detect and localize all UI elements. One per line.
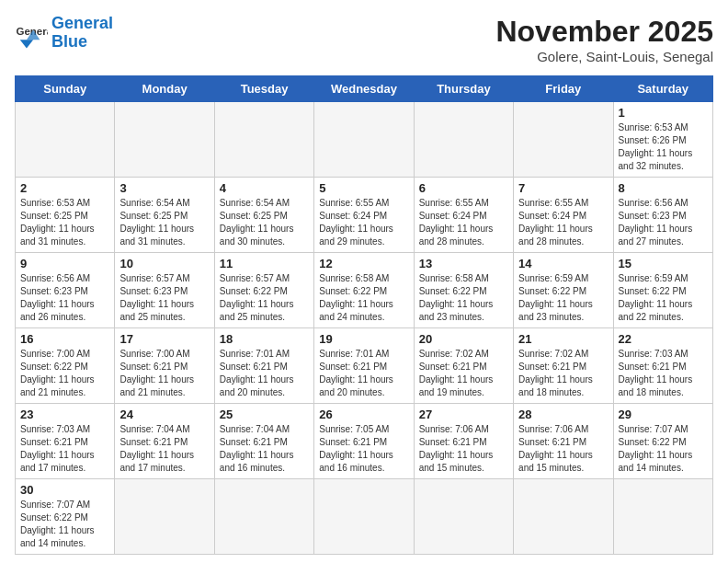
day-number: 5 bbox=[319, 181, 408, 195]
day-cell: 14Sunrise: 6:59 AM Sunset: 6:22 PM Dayli… bbox=[514, 253, 613, 328]
day-cell: 9Sunrise: 6:56 AM Sunset: 6:23 PM Daylig… bbox=[16, 253, 115, 328]
day-cell: 19Sunrise: 7:01 AM Sunset: 6:21 PM Dayli… bbox=[314, 328, 414, 404]
day-info: Sunrise: 7:04 AM Sunset: 6:21 PM Dayligh… bbox=[220, 423, 309, 475]
day-cell: 4Sunrise: 6:54 AM Sunset: 6:25 PM Daylig… bbox=[214, 178, 313, 253]
day-cell: 15Sunrise: 6:59 AM Sunset: 6:22 PM Dayli… bbox=[613, 253, 712, 328]
day-cell: 17Sunrise: 7:00 AM Sunset: 6:21 PM Dayli… bbox=[115, 328, 214, 404]
day-info: Sunrise: 6:56 AM Sunset: 6:23 PM Dayligh… bbox=[20, 272, 109, 324]
svg-marker-1 bbox=[20, 40, 33, 48]
day-info: Sunrise: 6:59 AM Sunset: 6:22 PM Dayligh… bbox=[518, 272, 608, 324]
day-number: 10 bbox=[119, 257, 209, 270]
week-row-6: 30Sunrise: 7:07 AM Sunset: 6:22 PM Dayli… bbox=[16, 479, 713, 555]
page-header: General GeneralBlue November 2025 Golere… bbox=[15, 15, 713, 64]
day-cell bbox=[514, 102, 613, 178]
day-info: Sunrise: 7:03 AM Sunset: 6:21 PM Dayligh… bbox=[619, 348, 708, 399]
day-number: 7 bbox=[518, 181, 608, 195]
day-info: Sunrise: 6:55 AM Sunset: 6:24 PM Dayligh… bbox=[319, 197, 408, 248]
day-number: 1 bbox=[619, 106, 708, 120]
day-cell bbox=[214, 102, 313, 178]
col-header-monday: Monday bbox=[115, 76, 214, 102]
day-cell: 18Sunrise: 7:01 AM Sunset: 6:21 PM Dayli… bbox=[214, 328, 313, 404]
day-cell bbox=[613, 479, 712, 555]
day-number: 27 bbox=[419, 408, 508, 421]
day-info: Sunrise: 6:53 AM Sunset: 6:26 PM Dayligh… bbox=[619, 121, 708, 173]
day-number: 13 bbox=[419, 257, 508, 270]
day-number: 2 bbox=[20, 181, 109, 195]
day-cell: 6Sunrise: 6:55 AM Sunset: 6:24 PM Daylig… bbox=[414, 178, 513, 253]
day-number: 22 bbox=[619, 332, 708, 346]
day-info: Sunrise: 7:05 AM Sunset: 6:21 PM Dayligh… bbox=[319, 423, 408, 475]
day-number: 20 bbox=[419, 332, 508, 346]
day-number: 16 bbox=[20, 332, 109, 346]
day-info: Sunrise: 6:58 AM Sunset: 6:22 PM Dayligh… bbox=[319, 272, 408, 324]
day-cell bbox=[115, 102, 214, 178]
day-cell: 5Sunrise: 6:55 AM Sunset: 6:24 PM Daylig… bbox=[314, 178, 414, 253]
day-number: 21 bbox=[518, 332, 608, 346]
day-info: Sunrise: 7:02 AM Sunset: 6:21 PM Dayligh… bbox=[419, 348, 508, 399]
day-cell bbox=[115, 479, 214, 555]
day-cell: 21Sunrise: 7:02 AM Sunset: 6:21 PM Dayli… bbox=[514, 328, 613, 404]
day-info: Sunrise: 7:01 AM Sunset: 6:21 PM Dayligh… bbox=[319, 348, 408, 399]
day-number: 25 bbox=[220, 408, 309, 421]
day-number: 29 bbox=[619, 408, 708, 421]
day-info: Sunrise: 7:01 AM Sunset: 6:21 PM Dayligh… bbox=[220, 348, 309, 399]
day-info: Sunrise: 6:57 AM Sunset: 6:22 PM Dayligh… bbox=[220, 272, 309, 324]
day-info: Sunrise: 6:55 AM Sunset: 6:24 PM Dayligh… bbox=[518, 197, 608, 248]
day-number: 12 bbox=[319, 257, 408, 270]
day-number: 11 bbox=[220, 257, 309, 270]
day-info: Sunrise: 6:54 AM Sunset: 6:25 PM Dayligh… bbox=[220, 197, 309, 248]
day-info: Sunrise: 7:04 AM Sunset: 6:21 PM Dayligh… bbox=[119, 423, 209, 475]
logo-icon: General bbox=[15, 17, 48, 50]
day-cell: 8Sunrise: 6:56 AM Sunset: 6:23 PM Daylig… bbox=[613, 178, 712, 253]
col-header-tuesday: Tuesday bbox=[214, 76, 313, 102]
day-number: 9 bbox=[20, 257, 109, 270]
day-cell: 20Sunrise: 7:02 AM Sunset: 6:21 PM Dayli… bbox=[414, 328, 513, 404]
day-info: Sunrise: 7:07 AM Sunset: 6:22 PM Dayligh… bbox=[20, 499, 109, 550]
day-cell bbox=[314, 102, 414, 178]
day-cell: 28Sunrise: 7:06 AM Sunset: 6:21 PM Dayli… bbox=[514, 404, 613, 479]
day-info: Sunrise: 6:53 AM Sunset: 6:25 PM Dayligh… bbox=[20, 197, 109, 248]
day-cell: 12Sunrise: 6:58 AM Sunset: 6:22 PM Dayli… bbox=[314, 253, 414, 328]
day-info: Sunrise: 7:00 AM Sunset: 6:22 PM Dayligh… bbox=[20, 348, 109, 399]
day-cell: 30Sunrise: 7:07 AM Sunset: 6:22 PM Dayli… bbox=[16, 479, 115, 555]
day-number: 18 bbox=[220, 332, 309, 346]
day-info: Sunrise: 6:57 AM Sunset: 6:23 PM Dayligh… bbox=[119, 272, 209, 324]
logo-text: GeneralBlue bbox=[51, 15, 113, 52]
day-cell: 7Sunrise: 6:55 AM Sunset: 6:24 PM Daylig… bbox=[514, 178, 613, 253]
day-info: Sunrise: 7:03 AM Sunset: 6:21 PM Dayligh… bbox=[20, 423, 109, 475]
week-row-2: 2Sunrise: 6:53 AM Sunset: 6:25 PM Daylig… bbox=[16, 178, 713, 253]
day-cell: 24Sunrise: 7:04 AM Sunset: 6:21 PM Dayli… bbox=[115, 404, 214, 479]
week-row-5: 23Sunrise: 7:03 AM Sunset: 6:21 PM Dayli… bbox=[16, 404, 713, 479]
day-cell: 11Sunrise: 6:57 AM Sunset: 6:22 PM Dayli… bbox=[214, 253, 313, 328]
col-header-wednesday: Wednesday bbox=[314, 76, 414, 102]
week-row-3: 9Sunrise: 6:56 AM Sunset: 6:23 PM Daylig… bbox=[16, 253, 713, 328]
col-header-thursday: Thursday bbox=[414, 76, 513, 102]
day-cell: 13Sunrise: 6:58 AM Sunset: 6:22 PM Dayli… bbox=[414, 253, 513, 328]
day-info: Sunrise: 7:06 AM Sunset: 6:21 PM Dayligh… bbox=[419, 423, 508, 475]
day-info: Sunrise: 6:58 AM Sunset: 6:22 PM Dayligh… bbox=[419, 272, 508, 324]
week-row-1: 1Sunrise: 6:53 AM Sunset: 6:26 PM Daylig… bbox=[16, 102, 713, 178]
col-header-friday: Friday bbox=[514, 76, 613, 102]
day-info: Sunrise: 7:02 AM Sunset: 6:21 PM Dayligh… bbox=[518, 348, 608, 399]
day-info: Sunrise: 6:59 AM Sunset: 6:22 PM Dayligh… bbox=[619, 272, 708, 324]
calendar-table: SundayMondayTuesdayWednesdayThursdayFrid… bbox=[15, 75, 713, 555]
day-info: Sunrise: 6:55 AM Sunset: 6:24 PM Dayligh… bbox=[419, 197, 508, 248]
day-number: 23 bbox=[20, 408, 109, 421]
day-cell: 23Sunrise: 7:03 AM Sunset: 6:21 PM Dayli… bbox=[16, 404, 115, 479]
day-cell: 10Sunrise: 6:57 AM Sunset: 6:23 PM Dayli… bbox=[115, 253, 214, 328]
day-cell: 29Sunrise: 7:07 AM Sunset: 6:22 PM Dayli… bbox=[613, 404, 712, 479]
col-header-sunday: Sunday bbox=[16, 76, 115, 102]
calendar-header-row: SundayMondayTuesdayWednesdayThursdayFrid… bbox=[16, 76, 713, 102]
day-cell bbox=[414, 479, 513, 555]
day-info: Sunrise: 6:56 AM Sunset: 6:23 PM Dayligh… bbox=[619, 197, 708, 248]
day-cell: 26Sunrise: 7:05 AM Sunset: 6:21 PM Dayli… bbox=[314, 404, 414, 479]
day-info: Sunrise: 7:00 AM Sunset: 6:21 PM Dayligh… bbox=[119, 348, 209, 399]
day-cell: 1Sunrise: 6:53 AM Sunset: 6:26 PM Daylig… bbox=[613, 102, 712, 178]
day-number: 15 bbox=[619, 257, 708, 270]
day-number: 26 bbox=[319, 408, 408, 421]
day-number: 19 bbox=[319, 332, 408, 346]
day-number: 28 bbox=[518, 408, 608, 421]
week-row-4: 16Sunrise: 7:00 AM Sunset: 6:22 PM Dayli… bbox=[16, 328, 713, 404]
day-cell: 16Sunrise: 7:00 AM Sunset: 6:22 PM Dayli… bbox=[16, 328, 115, 404]
day-number: 17 bbox=[119, 332, 209, 346]
